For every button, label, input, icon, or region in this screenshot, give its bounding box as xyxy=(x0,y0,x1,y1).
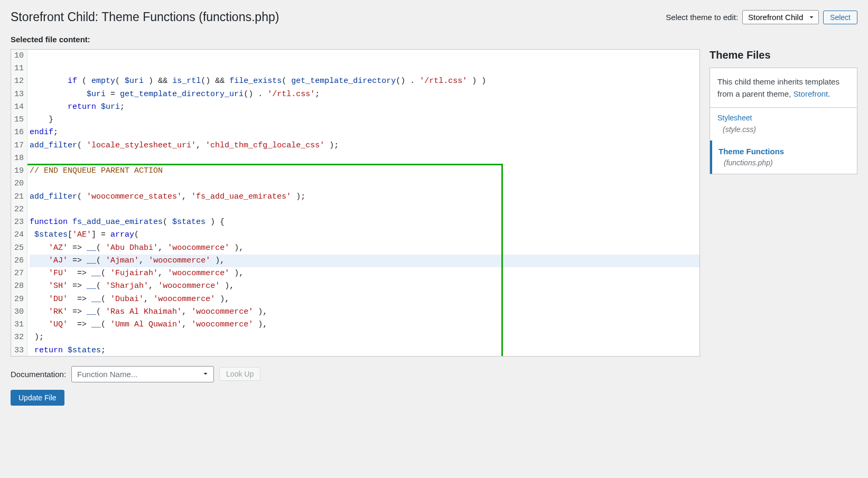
code-line[interactable]: endif; xyxy=(30,126,699,139)
code-line[interactable] xyxy=(30,203,699,216)
file-item-title: Theme Functions xyxy=(718,147,784,156)
file-list: Stylesheet(style.css)Theme Functions(fun… xyxy=(710,108,857,174)
file-item-sub: (style.css) xyxy=(717,125,850,135)
code-line[interactable]: 'RK' => __( 'Ras Al Khaimah', 'woocommer… xyxy=(30,306,699,318)
code-line[interactable]: 'DU' => __( 'Dubai', 'woocommerce' ), xyxy=(30,293,699,306)
code-line[interactable]: 'SH' => __( 'Sharjah', 'woocommerce' ), xyxy=(30,280,699,293)
code-line[interactable]: $states['AE'] = array( xyxy=(30,229,699,241)
parent-theme-link[interactable]: Storefront xyxy=(793,89,828,98)
code-area[interactable]: if ( empty( $uri ) && is_rtl() && file_e… xyxy=(27,50,699,356)
inherit-text-2: . xyxy=(828,89,830,98)
select-theme-button[interactable]: Select xyxy=(823,11,857,24)
documentation-label: Documentation: xyxy=(11,370,66,379)
file-item[interactable]: Stylesheet(style.css) xyxy=(710,108,857,140)
update-file-button[interactable]: Update File xyxy=(11,390,64,406)
code-line[interactable]: if ( empty( $uri ) && is_rtl() && file_e… xyxy=(30,75,699,88)
code-line[interactable]: ); xyxy=(30,331,699,344)
code-line[interactable] xyxy=(30,177,699,190)
code-line[interactable] xyxy=(30,152,699,165)
code-line[interactable]: 'FU' => __( 'Fujairah', 'woocommerce' ), xyxy=(30,267,699,280)
page-title: Storefront Child: Theme Functions (funct… xyxy=(11,10,279,25)
code-line[interactable]: add_filter( 'woocommerce_states', 'fs_ad… xyxy=(30,191,699,203)
code-line[interactable]: 'AZ' => __( 'Abu Dhabi', 'woocommerce' )… xyxy=(30,242,699,255)
lookup-button[interactable]: Look Up xyxy=(219,367,260,381)
selected-file-label: Selected file content: xyxy=(11,35,857,44)
theme-select-label: Select theme to edit: xyxy=(666,13,738,22)
code-line[interactable]: $uri = get_template_directory_uri() . '/… xyxy=(30,88,699,101)
code-line[interactable]: function fs_add_uae_emirates( $states ) … xyxy=(30,216,699,229)
theme-files-heading: Theme Files xyxy=(710,49,857,61)
theme-select[interactable]: Storefront Child xyxy=(742,10,819,24)
code-line[interactable]: } xyxy=(30,114,699,126)
inherit-notice: This child theme inherits templates from… xyxy=(710,68,857,108)
code-line[interactable]: // END ENQUEUE PARENT ACTION xyxy=(30,165,699,177)
code-line[interactable]: return $states; xyxy=(30,344,699,356)
code-line[interactable]: 'AJ' => __( 'Ajman', 'woocommerce' ), xyxy=(30,255,699,267)
file-item[interactable]: Theme Functions(functions.php) xyxy=(710,140,857,174)
line-gutter: 1011121314151617181920212223242526272829… xyxy=(11,50,27,356)
documentation-select[interactable]: Function Name... xyxy=(71,366,214,382)
code-line[interactable]: 'UQ' => __( 'Umm Al Quwain', 'woocommerc… xyxy=(30,318,699,331)
code-line[interactable]: add_filter( 'locale_stylesheet_uri', 'ch… xyxy=(30,139,699,152)
code-editor[interactable]: 1011121314151617181920212223242526272829… xyxy=(11,49,700,357)
code-line[interactable]: return $uri; xyxy=(30,101,699,114)
file-item-title[interactable]: Stylesheet xyxy=(717,114,752,122)
theme-select-wrap: Select theme to edit: Storefront Child S… xyxy=(666,10,857,24)
file-item-sub: (functions.php) xyxy=(718,158,850,168)
